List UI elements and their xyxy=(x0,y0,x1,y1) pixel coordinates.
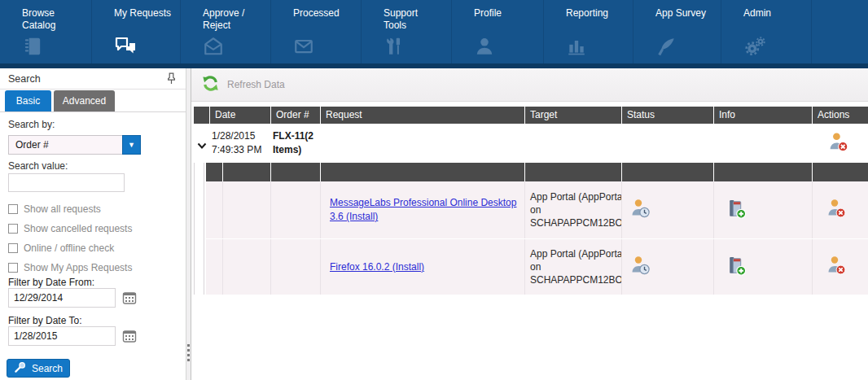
tab-basic[interactable]: Basic xyxy=(5,90,51,111)
date-to-label: Filter by Date To: xyxy=(8,315,81,326)
nav-item-support-tools[interactable]: Support Tools xyxy=(362,0,452,63)
cancel-request-icon[interactable] xyxy=(826,255,847,279)
grid-toolbar: Refresh Data xyxy=(191,68,868,102)
checkbox[interactable] xyxy=(8,243,18,253)
th-target[interactable]: Target xyxy=(525,107,621,124)
cancel-request-icon[interactable] xyxy=(826,198,847,222)
checkbox[interactable] xyxy=(8,263,18,273)
nav-item-processed[interactable]: Processed xyxy=(271,0,362,63)
th-info[interactable]: Info xyxy=(714,107,812,124)
grid-gutter-line xyxy=(194,163,195,295)
nav-item-label: Processed xyxy=(271,0,361,20)
package-install-icon[interactable] xyxy=(726,198,747,223)
checkbox-show-all-requests: Show all requests xyxy=(8,203,181,216)
requests-content: Refresh Data Date Order # Request Target… xyxy=(191,68,868,380)
th-status[interactable]: Status xyxy=(622,107,713,124)
nav-item-label: Approve / Reject xyxy=(181,0,270,32)
calendar-icon[interactable] xyxy=(122,290,138,307)
order-number: FLX-11(2 Items) xyxy=(273,129,313,157)
date-to-input[interactable] xyxy=(8,326,116,346)
subtable-header xyxy=(206,163,868,181)
th-order[interactable]: Order # xyxy=(271,107,320,124)
nav-item-app-survey[interactable]: App Survey xyxy=(633,0,721,63)
order-date: 1/28/2015 7:49:33 PM xyxy=(212,129,261,157)
table-header: Date Order # Request Target Status Info … xyxy=(194,107,868,124)
user-pending-icon xyxy=(630,255,651,279)
tools-icon xyxy=(384,36,406,57)
nav-item-my-requests[interactable]: My Requests xyxy=(92,0,181,63)
search-value-label: Search value: xyxy=(8,160,68,172)
actions-cell xyxy=(813,239,868,295)
nav-item-admin[interactable]: Admin xyxy=(721,0,812,63)
status-cell xyxy=(622,181,713,238)
search-button-label: Search xyxy=(32,363,63,374)
quill-pen-icon xyxy=(655,36,678,57)
checkbox-online-offline-check: Online / offline check xyxy=(8,242,181,256)
request-link[interactable]: MessageLabs Professional Online Desktop … xyxy=(330,196,518,224)
nav-item-approve-reject[interactable]: Approve / Reject xyxy=(181,0,271,63)
th-date[interactable]: Date xyxy=(210,107,270,124)
th-expander xyxy=(194,107,209,124)
pin-panel-icon[interactable] xyxy=(167,72,176,88)
status-cell xyxy=(622,239,713,295)
cancel-request-icon[interactable] xyxy=(827,131,849,156)
top-navigation: Browse Catalog My Requests Approve / Rej… xyxy=(0,0,868,68)
nav-item-label: My Requests xyxy=(92,0,180,20)
info-cell xyxy=(714,239,812,295)
nav-item-label: Admin xyxy=(721,0,811,20)
request-link[interactable]: Firefox 16.0.2 (Install) xyxy=(330,260,424,274)
tab-advanced[interactable]: Advanced xyxy=(54,90,115,111)
th-actions[interactable]: Actions xyxy=(813,107,868,124)
search-panel: Search Basic Advanced Search by: Order #… xyxy=(0,68,186,380)
nav-item-profile[interactable]: Profile xyxy=(452,0,544,63)
date-from-input[interactable] xyxy=(8,288,116,308)
th-request[interactable]: Request xyxy=(321,107,524,124)
envelope-icon xyxy=(293,36,316,57)
nav-item-label: Reporting xyxy=(544,0,633,20)
refresh-data-label: Refresh Data xyxy=(227,79,285,90)
app-portal-window: Browse Catalog My Requests Approve / Rej… xyxy=(0,0,868,380)
search-button[interactable]: Search xyxy=(7,359,70,378)
search-value-input[interactable] xyxy=(8,173,125,192)
info-cell xyxy=(714,181,812,238)
table-row: MessageLabs Professional Online Desktop … xyxy=(206,181,868,238)
search-by-label: Search by: xyxy=(8,119,55,130)
package-install-icon[interactable] xyxy=(726,255,747,280)
checkbox[interactable] xyxy=(8,204,18,214)
checkbox-label: Show all requests xyxy=(24,203,101,215)
refresh-icon xyxy=(200,73,221,96)
panel-splitter[interactable] xyxy=(186,68,191,380)
nav-item-label: App Survey xyxy=(633,0,721,20)
checkbox-show-my-apps-requests: Show My Apps Requests xyxy=(8,262,181,275)
chat-bubbles-icon xyxy=(114,36,137,57)
search-by-select[interactable]: Order # xyxy=(8,135,123,155)
magnifier-icon xyxy=(14,361,26,376)
order-group-row: 1/28/2015 7:49:33 PM FLX-11(2 Items) xyxy=(194,124,868,163)
gears-icon xyxy=(743,36,766,57)
checkbox-label: Show cancelled requests xyxy=(24,223,132,234)
chevron-down-icon[interactable]: ▼ xyxy=(122,135,141,155)
user-pending-icon xyxy=(630,198,651,222)
search-tabs: Basic Advanced xyxy=(0,90,186,112)
person-icon xyxy=(474,36,497,57)
target-cell: App Portal (AppPortal) on SCHAPAPPCM12BO… xyxy=(525,239,621,295)
catalog-book-icon xyxy=(22,36,45,57)
nav-item-label: Profile xyxy=(452,0,543,20)
splitter-grip[interactable] xyxy=(187,344,190,362)
nav-item-browse-catalog[interactable]: Browse Catalog xyxy=(0,0,92,63)
nav-item-reporting[interactable]: Reporting xyxy=(544,0,633,63)
nav-item-label: Support Tools xyxy=(362,0,451,32)
bar-chart-icon xyxy=(566,36,589,57)
target-cell: App Portal (AppPortal) on SCHAPAPPCM12BO… xyxy=(525,181,621,238)
nav-item-label: Browse Catalog xyxy=(0,0,91,32)
open-envelope-icon xyxy=(203,36,226,57)
actions-cell xyxy=(813,181,868,238)
collapse-chevron-icon[interactable] xyxy=(197,138,207,153)
search-panel-title: Search xyxy=(0,68,186,90)
checkbox[interactable] xyxy=(8,224,18,234)
calendar-icon[interactable] xyxy=(122,329,138,345)
date-from-label: Filter by Date From: xyxy=(8,277,94,288)
checkbox-label: Online / offline check xyxy=(24,242,114,254)
refresh-data-button[interactable]: Refresh Data xyxy=(195,72,290,98)
table-row: Firefox 16.0.2 (Install) App Portal (App… xyxy=(206,239,868,295)
